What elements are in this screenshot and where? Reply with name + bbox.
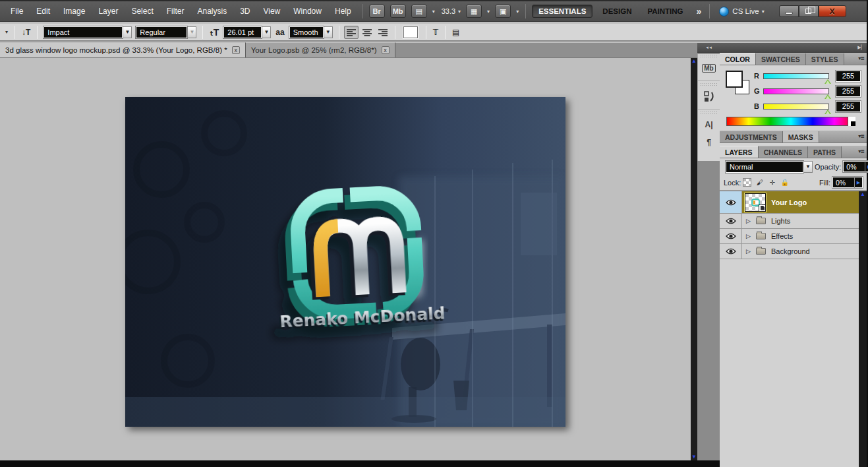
font-size-select[interactable]: 26.01 pt ▼ [223,26,271,38]
mini-bridge-button[interactable]: Mb [390,5,406,18]
menu-view[interactable]: View [256,1,287,21]
visibility-toggle[interactable] [720,229,742,243]
menu-image[interactable]: Image [57,1,92,21]
layer-name[interactable]: Effects [771,232,793,240]
slider-thumb-icon[interactable] [825,79,831,84]
text-orientation-icon[interactable]: ↓T [22,28,30,37]
tab-layers[interactable]: LAYERS [720,146,759,158]
layer-name[interactable]: Lights [771,217,790,225]
red-slider[interactable] [763,73,829,79]
blue-slider[interactable] [763,104,829,109]
tab-styles[interactable]: STYLES [806,53,844,65]
color-ramp[interactable] [726,117,855,126]
arrange-caret-icon[interactable]: ▾ [487,9,490,15]
layer-row-effects[interactable]: ▷ Effects [720,229,867,244]
bridge-button[interactable]: Br [369,5,385,18]
zoom-caret-icon[interactable]: ▾ [458,9,461,15]
foreground-color-swatch[interactable] [726,71,743,88]
red-value-field[interactable]: 255 [836,71,861,82]
lock-transparent-pixels-icon[interactable] [743,178,751,187]
workspace-overflow-icon[interactable]: » [697,6,701,16]
black-swatch[interactable] [851,121,855,126]
toggle-panels-icon[interactable]: ▤ [452,28,459,37]
font-style-select[interactable]: Regular ▼ [136,26,196,38]
green-slider[interactable] [763,88,829,94]
lock-position-icon[interactable]: ✛ [768,178,776,187]
close-button[interactable]: X [819,5,846,17]
grip-dots[interactable] [700,111,718,115]
cs-live-button[interactable]: CS Live ▾ [719,7,767,16]
workspace-painting[interactable]: PAINTING [641,5,689,17]
mini-bridge-panel-icon[interactable]: Mb [701,60,718,76]
tab-color[interactable]: COLOR [720,53,756,65]
slider-thumb-icon[interactable] [825,94,831,99]
menu-layer[interactable]: Layer [92,1,125,21]
align-left-button[interactable] [344,26,359,39]
workspace-essentials[interactable]: ESSENTIALS [532,5,593,18]
canvas-pasteboard[interactable]: Renako McDonald Renako McDonald [0,58,691,460]
menu-filter[interactable]: Filter [160,1,191,21]
expand-arrow-icon[interactable]: ▷ [746,233,751,239]
menu-help[interactable]: Help [328,1,358,21]
menu-analysis[interactable]: Analysis [190,1,233,21]
blue-value-field[interactable]: 255 [836,101,861,112]
green-value-field[interactable]: 255 [836,86,861,97]
panel-menu-icon[interactable]: ▾≣ [858,148,864,154]
grip-dots[interactable] [700,82,718,86]
screen-mode-icon[interactable]: ▣ [495,5,511,18]
expand-arrow-icon[interactable]: ▷ [746,218,751,224]
align-center-button[interactable] [360,26,374,39]
workspace-design[interactable]: DESIGN [596,5,637,17]
layers-scrollbar[interactable]: ▲ ▼ [859,191,867,467]
scroll-up-icon[interactable]: ▲ [860,191,865,198]
tool-preset-caret-icon[interactable]: ▾ [5,29,8,35]
layer-row-your-logo[interactable]: Your Logo [720,191,867,214]
layer-row-background[interactable]: ▷ Background [720,244,867,259]
zoom-level-field[interactable]: 33.3 [442,7,455,15]
document-canvas[interactable]: Renako McDonald Renako McDonald [125,97,565,427]
character-panel-icon[interactable]: A| [701,117,718,133]
tab-masks[interactable]: MASKS [783,131,819,142]
visibility-toggle[interactable] [720,244,742,259]
tab-adjustments[interactable]: ADJUSTMENTS [720,131,783,142]
panel-menu-icon[interactable]: ▾≣ [858,133,864,139]
align-right-button[interactable] [376,26,390,39]
blend-mode-select[interactable]: Normal ▼ [726,161,813,173]
anti-alias-select[interactable]: Smooth ▼ [289,26,333,38]
minimize-button[interactable] [779,5,799,17]
lock-image-pixels-icon[interactable]: 🖌 [755,178,764,187]
text-color-swatch[interactable] [403,26,418,38]
menu-select[interactable]: Select [125,1,159,21]
restore-button[interactable] [799,5,819,17]
screen-mode-caret-icon[interactable]: ▾ [516,9,519,15]
view-extras-caret-icon[interactable]: ▾ [432,9,435,15]
visibility-toggle[interactable] [720,191,742,213]
arrange-documents-icon[interactable]: ▦ [466,5,482,18]
grip-dots[interactable] [700,54,718,58]
layer-name[interactable]: Background [771,247,810,255]
visibility-toggle[interactable] [720,214,742,228]
warp-text-icon[interactable]: 𝕋 [433,28,438,37]
scroll-down-icon[interactable]: ▼ [691,454,697,460]
canvas-vertical-scrollbar[interactable]: ▲ ▼ [691,58,697,460]
tab-swatches[interactable]: SWATCHES [756,53,806,65]
fill-slider-icon[interactable]: ▶ [855,177,863,188]
history-panel-icon[interactable] [701,88,718,104]
tab-paths[interactable]: PATHS [808,146,842,158]
scroll-up-icon[interactable]: ▲ [691,58,697,65]
expand-arrow-icon[interactable]: ▷ [746,248,751,255]
panel-menu-icon[interactable]: ▾≣ [858,55,864,61]
menu-window[interactable]: Window [287,1,328,21]
document-tab-inactive[interactable]: Your Logo.psb @ 25% (rm2, RGB/8*) x [246,42,395,57]
dock-header[interactable]: ▶▏ [720,43,867,53]
opacity-slider-icon[interactable]: ▶ [865,161,868,172]
menu-file[interactable]: File [4,1,30,21]
paragraph-panel-icon[interactable]: ¶ [701,135,718,150]
slider-thumb-icon[interactable] [825,109,831,114]
lock-all-icon[interactable]: 🔒 [780,178,789,187]
collapse-dock-button[interactable]: ◄◄ [697,43,720,53]
opacity-field[interactable]: 0% ▶ [843,161,868,172]
document-tab-active[interactable]: 3d glass window logo mockup.psd @ 33.3% … [0,42,246,57]
view-extras-icon[interactable]: ▤ [411,5,427,18]
layer-thumbnail[interactable] [745,193,766,212]
